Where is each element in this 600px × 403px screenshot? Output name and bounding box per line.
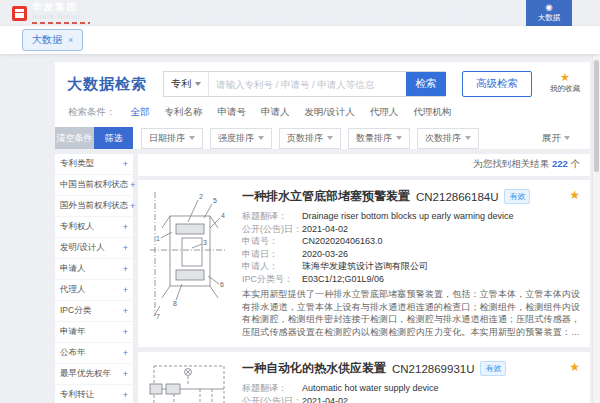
sidebar-filter-item[interactable]: 中国当前权利状态 + — [55, 175, 133, 196]
sidebar-filter-label: 公布年 — [60, 347, 86, 359]
condition-option[interactable]: 申请人 — [261, 106, 290, 119]
nav-item[interactable]: ® 商标管理 — [342, 0, 388, 26]
filter-sidebar: 专利类型 + 中国当前权利状态 + 国外当前权利状态 + 专利权人 + — [55, 154, 133, 403]
sidebar-filter-item[interactable]: 发明/设计人 + — [55, 238, 133, 259]
sort-dropdown-label: 日期排序 — [149, 132, 185, 145]
tab-label: 大数据 — [32, 33, 62, 47]
sidebar-filter-item[interactable]: 申请人 + — [55, 259, 133, 280]
plus-icon[interactable]: + — [123, 348, 128, 358]
favorite-star-icon[interactable]: ★ — [569, 189, 580, 201]
nav-item-label: 提案申请 — [258, 13, 288, 23]
nav-item[interactable]: ✎ 提案申请 — [250, 0, 296, 26]
sort-dropdown[interactable]: 数量排序 — [348, 128, 410, 149]
page-scrollbar[interactable] — [592, 54, 600, 403]
nav-item[interactable]: ➤ 导航决策 — [480, 0, 526, 26]
nav-item[interactable]: ¥ 费用管理 — [388, 0, 434, 26]
plus-icon[interactable]: + — [123, 243, 128, 253]
sidebar-filter-item[interactable]: 申请年 + — [55, 322, 133, 343]
patent-number: CN212869931U — [392, 363, 474, 375]
plus-icon[interactable]: + — [123, 159, 128, 169]
patent-drawing-thumbnail[interactable]: 2 5 4 1 3 6 8 7 — [148, 188, 230, 338]
result-card: 一种自动化的热水供应装置 CN212869931U 有效 标题翻译： Autom… — [138, 352, 590, 403]
plus-icon[interactable]: + — [123, 264, 128, 274]
sidebar-filter-item[interactable]: IPC分类 + — [55, 301, 133, 322]
chevron-down-icon — [258, 136, 264, 140]
scrollbar-thumb[interactable] — [594, 60, 599, 172]
chevron-down-icon — [195, 82, 201, 86]
nav-item[interactable]: ⌂ 首页 — [158, 0, 204, 26]
field-value: 珠海华发建筑设计咨询有限公司 — [302, 260, 428, 273]
nav-item[interactable]: ◉ 大数据 — [526, 0, 572, 26]
plus-icon[interactable]: + — [123, 306, 128, 316]
plus-icon[interactable]: + — [123, 285, 128, 295]
sidebar-filter-item[interactable]: 代理人 + — [55, 280, 133, 301]
svg-text:7: 7 — [156, 313, 160, 320]
search-input[interactable] — [209, 72, 406, 96]
result-title[interactable]: 一种排水立管底部堵塞预警装置 — [242, 188, 410, 205]
search-panel: 大数据检索 专利 检索 高级检索 ★ 我的收藏 检索条件： 全部 — [55, 62, 590, 149]
filter-button[interactable]: 筛选 — [94, 127, 133, 149]
sidebar-filter-label: IPC分类 — [60, 305, 91, 317]
field-label: 公开(公告)日： — [242, 223, 302, 236]
plus-icon[interactable]: + — [123, 390, 128, 400]
nav-item[interactable]: ✦ 专利管理 — [296, 0, 342, 26]
field-row: 申请号： CN202020406163.0 — [242, 235, 580, 248]
my-favorites-button[interactable]: ★ 我的收藏 — [550, 71, 580, 94]
nav-item-label: 大数据 — [538, 13, 561, 23]
sort-dropdown[interactable]: 页数排序 — [279, 128, 341, 149]
patent-drawing-thumbnail[interactable] — [148, 360, 230, 403]
search-bar: 专利 检索 — [163, 71, 446, 97]
sidebar-filter-label: 专利转让 — [60, 389, 94, 401]
close-icon[interactable]: × — [68, 36, 73, 45]
nav-item-label: 首页 — [174, 13, 189, 23]
sidebar-filter-item[interactable]: 专利权人 + — [55, 217, 133, 238]
chevron-down-icon — [327, 136, 333, 140]
plus-icon[interactable]: + — [123, 222, 128, 232]
nav-item-icon: ¥ — [409, 3, 414, 12]
summary-suffix: 个 — [571, 158, 581, 169]
plus-icon[interactable]: + — [123, 369, 128, 379]
sidebar-filter-label: 中国当前权利状态 — [60, 179, 128, 191]
plus-icon[interactable]: + — [123, 327, 128, 337]
clear-conditions-button[interactable]: 清空条件 — [55, 127, 94, 149]
nav-item-icon: ◉ — [545, 3, 552, 12]
sidebar-filter-label: 申请年 — [60, 326, 86, 338]
sort-dropdown[interactable]: 强度排序 — [210, 128, 272, 149]
nav-item-icon: ✦ — [315, 3, 322, 12]
field-value: 2020-03-26 — [302, 248, 348, 261]
condition-option[interactable]: 代理人 — [370, 106, 399, 119]
expand-toggle[interactable]: 展开 — [542, 132, 570, 145]
sidebar-filter-item[interactable]: 国外当前权利状态 + — [55, 196, 133, 217]
result-title[interactable]: 一种自动化的热水供应装置 — [242, 360, 386, 377]
sidebar-filter-item[interactable]: 公布年 + — [55, 343, 133, 364]
search-button[interactable]: 检索 — [406, 72, 446, 96]
sidebar-filter-item[interactable]: 专利转让 + — [55, 385, 133, 403]
sidebar-filter-label: 最早优先权年 — [60, 368, 111, 380]
sort-dropdown[interactable]: 日期排序 — [141, 128, 203, 149]
sort-dropdowns: 日期排序 强度排序 页数排序 数量排序 — [141, 128, 479, 149]
nav-item[interactable]: ▤ 资产库 — [434, 0, 480, 26]
status-badge: 有效 — [504, 189, 530, 204]
results-column: 为您找到相关结果 222 个 2 5 — [138, 154, 590, 403]
field-row: 公开(公告)日： 2021-04-02 — [242, 395, 580, 403]
condition-option[interactable]: 代理机构 — [413, 106, 451, 119]
condition-option[interactable]: 发明/设计人 — [305, 106, 355, 119]
condition-option[interactable]: 申请号 — [218, 106, 247, 119]
plus-icon[interactable]: + — [130, 180, 135, 190]
sort-dropdown[interactable]: 次数排序 — [417, 128, 479, 149]
svg-text:4: 4 — [221, 212, 225, 219]
condition-options: 全部 专利名称 申请号 申请人 发明/设计人 代理人 代理机构 — [131, 106, 452, 119]
tab-bigdata[interactable]: 大数据 × — [22, 29, 83, 51]
advanced-search-button[interactable]: 高级检索 — [462, 71, 532, 97]
plus-icon[interactable]: + — [130, 201, 135, 211]
search-type-select[interactable]: 专利 — [164, 72, 209, 96]
sidebar-filter-item[interactable]: 专利类型 + — [55, 154, 133, 175]
nav-item[interactable]: ⟳ 流程管理 — [204, 0, 250, 26]
sidebar-filter-label: 国外当前权利状态 — [60, 200, 128, 212]
sidebar-filter-label: 发明/设计人 — [60, 242, 105, 254]
favorite-star-icon[interactable]: ★ — [569, 361, 580, 373]
sidebar-filter-item[interactable]: 最早优先权年 + — [55, 364, 133, 385]
field-label: 申请号： — [242, 235, 302, 248]
condition-option[interactable]: 全部 — [131, 106, 150, 119]
condition-option[interactable]: 专利名称 — [165, 106, 203, 119]
